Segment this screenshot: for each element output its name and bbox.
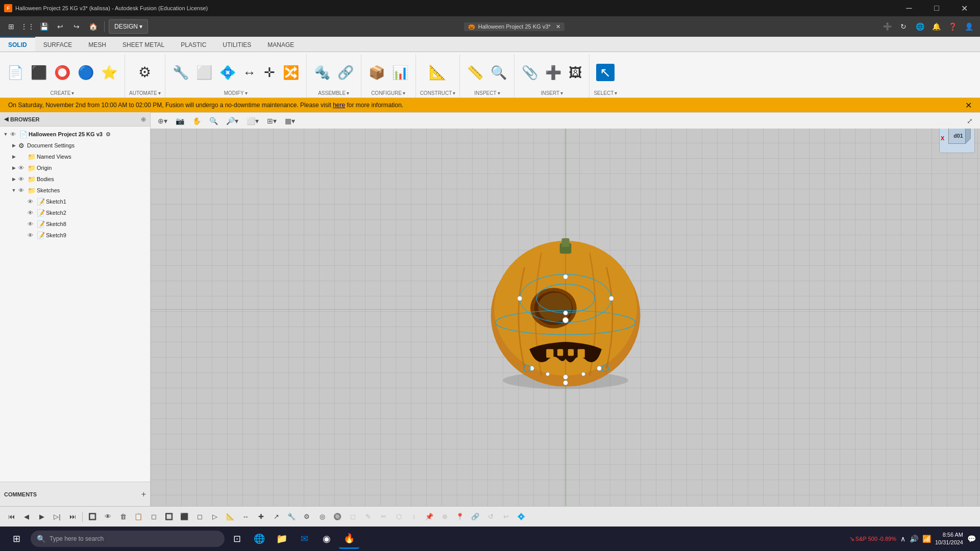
construct-plane-btn[interactable]: 📐 — [426, 63, 450, 82]
minimize-button[interactable]: ─ — [897, 0, 921, 16]
refresh-button[interactable]: ↻ — [896, 19, 911, 34]
display-mode-btn[interactable]: ⬜▾ — [243, 115, 262, 127]
search-bar[interactable]: 🔍 — [31, 531, 225, 547]
automate-group-label[interactable]: AUTOMATE ▾ — [129, 90, 161, 97]
tab-manage[interactable]: MANAGE — [259, 37, 302, 52]
notification-bell[interactable]: 🔔 — [929, 19, 943, 34]
insert-decal-btn[interactable]: 🖼 — [566, 64, 585, 81]
sketch-tool-17[interactable]: 🔘 — [330, 510, 345, 524]
chrome-icon[interactable]: ◉ — [316, 529, 337, 549]
sketch-tool-4[interactable]: 📋 — [131, 510, 145, 524]
maximize-button[interactable]: □ — [925, 0, 948, 16]
sketch-tool-1[interactable]: 🔲 — [85, 510, 100, 524]
fillet-btn[interactable]: ⬜ — [193, 64, 215, 81]
viewport[interactable]: Y X d01 ⊕▾ 📷 ✋ 🔍 🔎▾ ⬜▾ ⊞▾ ▦▾ ⤢ — [151, 112, 980, 506]
browser-collapse-icon[interactable]: ◀ — [4, 116, 8, 122]
interference-btn[interactable]: 🔍 — [487, 64, 510, 81]
tree-eye-sketch8[interactable]: 👁 — [28, 221, 36, 227]
search-input[interactable] — [50, 535, 218, 542]
insert-derive-btn[interactable]: 📎 — [519, 64, 541, 81]
tree-eye-origin[interactable]: 👁 — [18, 165, 27, 171]
sketch-tool-8[interactable]: ◻ — [192, 510, 207, 524]
sketch-tool-3[interactable]: 🗑 — [116, 510, 130, 524]
sketch-tool-9[interactable]: ▷ — [208, 510, 222, 524]
tree-eye-bodies[interactable]: 👁 — [18, 176, 27, 182]
create-box-btn[interactable]: ⬛ — [28, 64, 50, 81]
tree-item-bodies[interactable]: ▶ 👁 📁 Bodies — [0, 173, 150, 185]
apps-icon[interactable]: ⋮⋮ — [20, 19, 35, 34]
sketch-tool-7[interactable]: ⬛ — [177, 510, 191, 524]
tree-eye-sketch9[interactable]: 👁 — [28, 232, 36, 238]
undo-button[interactable]: ↩ — [53, 19, 67, 34]
root-settings-icon[interactable]: ⚙ — [106, 131, 111, 138]
sketch-tool-5[interactable]: ◻ — [146, 510, 161, 524]
tree-item-named-views[interactable]: ▶ 👁 📁 Named Views — [0, 151, 150, 162]
select-group-label[interactable]: SELECT ▾ — [594, 90, 617, 97]
new-tab-button[interactable]: ➕ — [880, 19, 894, 34]
tree-eye-sketches[interactable]: 👁 — [18, 187, 27, 193]
create-sphere-btn[interactable]: 🔵 — [75, 64, 97, 81]
sketch-tool-16[interactable]: ◎ — [315, 510, 329, 524]
tab-utilities[interactable]: UTILITIES — [214, 37, 259, 52]
configure-table-btn[interactable]: 📊 — [389, 64, 411, 81]
automate-btn[interactable]: ⚙ — [135, 63, 154, 82]
grid-icon[interactable]: ⊞ — [4, 19, 18, 34]
timeline-start-btn[interactable]: ⏮ — [4, 510, 18, 524]
tree-item-doc-settings[interactable]: ▶ ⚙ Document Settings — [0, 140, 150, 151]
account-button[interactable]: 👤 — [962, 19, 976, 34]
tree-eye-sketch1[interactable]: 👁 — [28, 198, 36, 205]
save-button[interactable]: 💾 — [37, 19, 51, 34]
notification-close-button[interactable]: ✕ — [965, 101, 972, 110]
tray-network-icon[interactable]: 📶 — [922, 535, 931, 543]
stock-ticker[interactable]: ↘ S&P 500 -0.89% — [849, 535, 896, 542]
task-view-button[interactable]: ⊡ — [227, 529, 247, 549]
sketch-tool-6[interactable]: 🔲 — [162, 510, 176, 524]
browser-options-icon[interactable]: ⊕ — [141, 116, 146, 123]
timeline-step-fwd-btn[interactable]: ▷| — [50, 510, 64, 524]
sketch-tool-13[interactable]: ↗ — [269, 510, 283, 524]
timeline-end-btn[interactable]: ⏭ — [65, 510, 80, 524]
ctrl-bottom-3[interactable] — [581, 372, 585, 377]
press-pull-btn[interactable]: 🔧 — [169, 64, 192, 81]
timeline-prev-btn[interactable]: ◀ — [19, 510, 34, 524]
assemble-group-label[interactable]: ASSEMBLE ▾ — [318, 90, 349, 97]
tree-item-origin[interactable]: ▶ 👁 📁 Origin — [0, 162, 150, 173]
joint-btn[interactable]: 🔗 — [334, 64, 357, 81]
construct-group-label[interactable]: CONSTRUCT ▾ — [420, 90, 456, 97]
ctrl-bottom-final[interactable] — [563, 381, 568, 385]
scale-btn[interactable]: ✛ — [260, 64, 279, 81]
inspect-group-label[interactable]: INSPECT ▾ — [474, 90, 500, 97]
tree-item-sketch1[interactable]: 👁 📝 Sketch1 — [0, 196, 150, 207]
ctrl-pt-2[interactable] — [609, 296, 614, 300]
camera-btn[interactable]: 📷 — [173, 115, 187, 127]
insert-svg-btn[interactable]: ➕ — [542, 64, 565, 81]
comments-add-button[interactable]: + — [141, 490, 146, 499]
design-dropdown[interactable]: DESIGN ▾ — [109, 19, 148, 34]
select-btn[interactable]: ↖ — [596, 64, 615, 81]
orbit-btn[interactable]: ⊕▾ — [155, 115, 170, 127]
sketch-tool-12[interactable]: ✚ — [254, 510, 268, 524]
time-block[interactable]: 8:56 AM 10/31/2024 — [935, 531, 963, 547]
create-cylinder-btn[interactable]: ⭕ — [51, 64, 74, 81]
measure-btn[interactable]: 📏 — [464, 64, 486, 81]
modify-group-label[interactable]: MODIFY ▾ — [224, 90, 248, 97]
ctrl-bottom-2[interactable] — [546, 372, 550, 377]
tree-item-sketch8[interactable]: 👁 📝 Sketch8 — [0, 218, 150, 230]
explorer-icon[interactable]: 📁 — [272, 529, 292, 549]
create-extrude-btn[interactable]: ⭐ — [98, 64, 120, 81]
insert-group-label[interactable]: INSERT ▾ — [541, 90, 564, 97]
sketch-tool-11[interactable]: ↔ — [238, 510, 253, 524]
tree-eye-root[interactable]: 👁 — [10, 131, 18, 137]
tab-mesh[interactable]: MESH — [80, 37, 114, 52]
web-button[interactable]: 🌐 — [913, 19, 927, 34]
configure-model-btn[interactable]: 📦 — [365, 64, 388, 81]
expand-viewport-btn[interactable]: ⤢ — [964, 115, 976, 127]
pan-btn[interactable]: ✋ — [189, 115, 204, 127]
tab-solid[interactable]: SOLID — [0, 37, 35, 52]
ctrl-pt-1[interactable] — [563, 274, 568, 279]
notification-link[interactable]: here — [333, 102, 345, 109]
shell-btn[interactable]: ↔ — [240, 64, 259, 81]
timeline-play-btn[interactable]: ▶ — [35, 510, 49, 524]
tree-item-sketches[interactable]: ▼ 👁 📁 Sketches — [0, 185, 150, 196]
new-component-assemble-btn[interactable]: 🔩 — [311, 64, 333, 81]
